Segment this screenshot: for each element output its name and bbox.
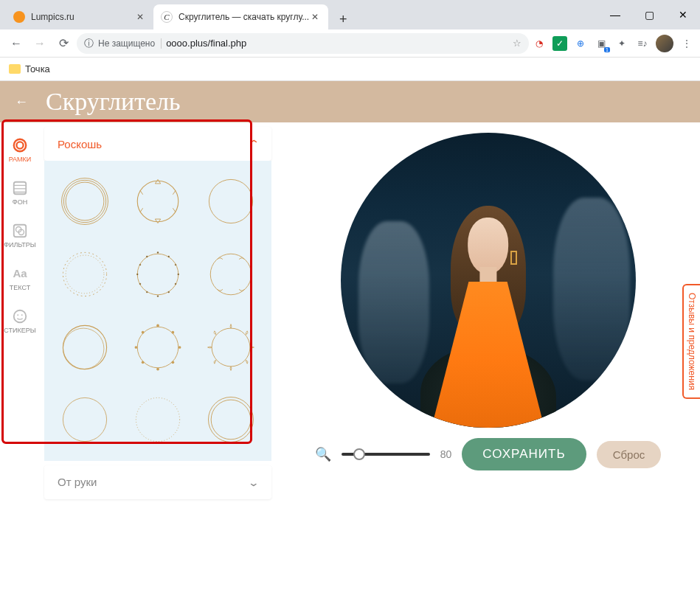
svg-point-11: [66, 182, 104, 220]
frame-option[interactable]: [50, 312, 120, 382]
image-preview[interactable]: [341, 133, 636, 428]
frames-panel: Роскошь ⌃ От: [40, 122, 276, 601]
window-controls: — ▢ ✕: [598, 0, 700, 29]
frame-option[interactable]: [123, 167, 193, 237]
frame-option[interactable]: [123, 240, 193, 310]
sidebar-item-frames[interactable]: РАМКИ: [0, 128, 40, 171]
category-handdrawn[interactable]: От руки ⌃: [44, 465, 271, 499]
sidebar-label: СТИКЕРЫ: [4, 327, 35, 334]
svg-point-30: [63, 325, 107, 369]
svg-point-12: [137, 181, 179, 223]
text-icon: Aa: [12, 265, 28, 282]
svg-point-42: [63, 398, 107, 442]
tab-skruglitel[interactable]: C Скруглитель — скачать круглу... ✕: [153, 4, 328, 29]
address-bar[interactable]: ⓘ Не защищено oooo.plus/final.php ☆: [77, 33, 529, 54]
forward-button[interactable]: →: [30, 33, 50, 54]
sidebar-label: ФОН: [13, 198, 27, 206]
category-luxury[interactable]: Роскошь ⌃: [44, 127, 271, 161]
app-body: РАМКИ ФОН ФИЛЬТРЫ Aa ТЕКСТ: [0, 122, 700, 601]
svg-point-23: [157, 296, 159, 297]
svg-point-28: [146, 256, 148, 257]
frame-option[interactable]: [195, 312, 266, 382]
sidebar-label: ФИЛЬТРЫ: [4, 241, 36, 249]
svg-point-14: [63, 252, 107, 296]
back-button[interactable]: ←: [6, 33, 27, 54]
slider-thumb[interactable]: [353, 448, 365, 460]
reload-button[interactable]: ⟳: [53, 33, 74, 54]
extension-icon[interactable]: ⊕: [573, 36, 588, 51]
app-content: ← Скруглитель РАМКИ ФОН: [0, 81, 700, 601]
bookmarks-bar: Точка: [0, 58, 700, 81]
frame-option[interactable]: [123, 312, 193, 382]
browser-window: Lumpics.ru ✕ C Скруглитель — скачать кру…: [0, 0, 700, 601]
tab-title: Скруглитель — скачать круглу...: [179, 12, 309, 22]
close-icon[interactable]: ✕: [134, 11, 146, 23]
category-label: Роскошь: [58, 138, 102, 150]
zoom-slider[interactable]: [342, 453, 430, 456]
svg-point-10: [64, 181, 106, 223]
frame-option[interactable]: [123, 385, 193, 455]
svg-point-26: [136, 274, 138, 275]
extension-icon[interactable]: ✓: [552, 36, 567, 51]
svg-point-45: [211, 400, 251, 440]
svg-point-41: [212, 328, 250, 366]
svg-point-20: [178, 274, 179, 275]
chrome-menu-icon[interactable]: ⋮: [679, 36, 694, 51]
extension-icon[interactable]: ◔: [532, 36, 547, 51]
favicon-icon: [13, 11, 25, 23]
frame-option[interactable]: [50, 167, 120, 237]
sidebar-item-text[interactable]: Aa ТЕКСТ: [0, 257, 40, 299]
extensions-menu-icon[interactable]: ✦: [614, 36, 629, 51]
app-back-button[interactable]: ←: [15, 94, 28, 110]
frame-option[interactable]: [195, 385, 266, 455]
url-text: oooo.plus/final.php: [166, 38, 508, 49]
svg-point-39: [135, 346, 138, 349]
svg-point-15: [66, 255, 104, 293]
browser-toolbar: ← → ⟳ ⓘ Не защищено oooo.plus/final.php …: [0, 29, 700, 58]
svg-point-43: [136, 398, 179, 442]
maximize-button[interactable]: ▢: [632, 4, 666, 26]
svg-point-16: [137, 254, 179, 295]
sidebar: РАМКИ ФОН ФИЛЬТРЫ Aa ТЕКСТ: [0, 122, 40, 601]
reset-button[interactable]: Сброс: [597, 441, 662, 468]
svg-point-29: [210, 254, 252, 295]
chevron-up-icon: ⌃: [248, 138, 260, 150]
close-window-button[interactable]: ✕: [666, 4, 700, 26]
titlebar: Lumpics.ru ✕ C Скруглитель — скачать кру…: [0, 0, 700, 29]
sidebar-item-filters[interactable]: ФИЛЬТРЫ: [0, 214, 40, 257]
svg-point-19: [175, 264, 176, 265]
frame-option[interactable]: [195, 167, 266, 237]
save-button[interactable]: СОХРАНИТЬ: [462, 438, 586, 470]
bookmark-star-icon[interactable]: ☆: [513, 38, 521, 49]
svg-point-44: [208, 397, 253, 442]
feedback-tab[interactable]: Отзывы и предложения: [682, 283, 700, 398]
svg-point-21: [175, 283, 176, 285]
close-icon[interactable]: ✕: [309, 11, 321, 23]
svg-point-31: [63, 328, 104, 369]
sidebar-item-background[interactable]: ФОН: [0, 171, 40, 214]
frame-option[interactable]: [50, 385, 120, 455]
sidebar-item-stickers[interactable]: СТИКЕРЫ: [0, 299, 40, 342]
background-icon: [12, 180, 28, 196]
info-icon: ⓘ: [84, 37, 94, 50]
tab-lumpics[interactable]: Lumpics.ru ✕: [6, 4, 153, 29]
sidebar-label: ТЕКСТ: [10, 284, 30, 291]
profile-avatar[interactable]: [656, 35, 673, 52]
minimize-button[interactable]: —: [598, 4, 632, 26]
sidebar-label: РАМКИ: [9, 156, 32, 163]
extension-icon[interactable]: ▣1: [594, 36, 609, 51]
frame-option[interactable]: [195, 240, 266, 310]
bookmark-item[interactable]: Точка: [25, 63, 50, 74]
app-header: ← Скруглитель: [0, 81, 700, 122]
svg-point-24: [146, 291, 148, 293]
tabs-strip: Lumpics.ru ✕ C Скруглитель — скачать кру…: [0, 4, 598, 29]
svg-point-33: [156, 324, 159, 327]
svg-point-36: [172, 361, 175, 364]
frame-option[interactable]: [50, 240, 120, 310]
svg-point-38: [142, 361, 145, 364]
reading-list-icon[interactable]: ≡♪: [635, 36, 650, 51]
new-tab-button[interactable]: +: [333, 9, 353, 29]
svg-point-34: [172, 330, 175, 333]
controls-row: 🔍 80 СОХРАНИТЬ Сброс: [291, 438, 685, 470]
zoom-in-icon[interactable]: 🔍: [315, 446, 331, 462]
